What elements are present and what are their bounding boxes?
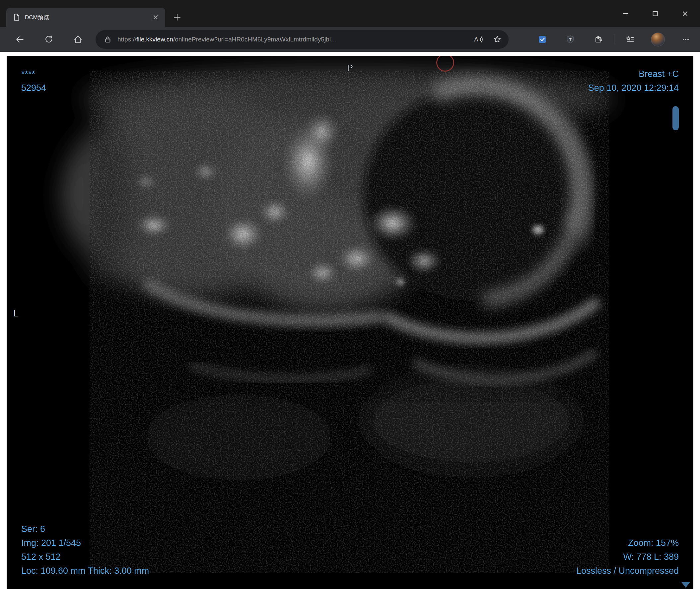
extension-icon-blue[interactable] — [535, 32, 550, 47]
lock-icon[interactable] — [102, 34, 114, 45]
profile-avatar-button[interactable] — [650, 32, 666, 47]
tab-close-button[interactable] — [151, 12, 160, 22]
orientation-marker-posterior: P — [347, 63, 353, 73]
overlay-bottom-right: Zoom: 157% W: 778 L: 389 Lossless / Unco… — [576, 536, 679, 578]
read-aloud-button[interactable]: A — [471, 33, 485, 46]
overlay-series: Ser: 6 — [21, 522, 149, 536]
toolbar-divider — [614, 34, 615, 45]
document-icon — [12, 13, 21, 22]
back-button[interactable] — [12, 32, 27, 47]
viewer-scroll-down-arrow[interactable] — [681, 582, 690, 588]
home-button[interactable] — [70, 32, 85, 47]
favorite-star-button[interactable] — [491, 33, 504, 46]
viewer-scrollbar-thumb[interactable] — [672, 106, 679, 130]
favorites-bar-button[interactable] — [622, 32, 638, 47]
overlay-image-index: Img: 201 1/545 — [21, 536, 149, 550]
overlay-compression: Lossless / Uncompressed — [576, 564, 679, 578]
dicom-viewer[interactable]: **** 52954 P L Breast +C Sep 10, 2020 12… — [7, 56, 693, 589]
window-controls — [610, 0, 700, 27]
avatar — [651, 32, 665, 47]
overlay-matrix-size: 512 x 512 — [21, 550, 149, 564]
overlay-zoom: Zoom: 157% — [576, 536, 679, 550]
svg-text:A: A — [474, 36, 478, 43]
overlay-window-level: W: 778 L: 389 — [576, 550, 679, 564]
settings-menu-button[interactable] — [678, 32, 693, 47]
url-domain: file.kkview.cn — [136, 36, 173, 43]
extensions-group: T — [535, 32, 693, 47]
window-close-button[interactable] — [670, 0, 700, 27]
mri-image — [7, 56, 693, 589]
browser-toolbar: https://file.kkview.cn/onlinePreview?url… — [0, 27, 700, 52]
overlay-top-left: **** 52954 — [21, 67, 46, 95]
url-path: /onlinePreview?url=aHR0cHM6Ly9maWxlLmtrd… — [173, 36, 337, 43]
url-scheme: https:// — [118, 36, 136, 43]
maximize-button[interactable] — [640, 0, 670, 27]
browser-window: DCM预览 — [0, 0, 700, 597]
address-bar[interactable]: https://file.kkview.cn/onlinePreview?url… — [96, 30, 508, 49]
orientation-marker-left: L — [13, 308, 18, 319]
tab-title: DCM预览 — [25, 14, 151, 21]
refresh-button[interactable] — [41, 32, 56, 47]
overlay-bottom-left: Ser: 6 Img: 201 1/545 512 x 512 Loc: 109… — [21, 522, 149, 578]
url-text: https://file.kkview.cn/onlinePreview?url… — [118, 36, 466, 43]
overlay-location-thickness: Loc: 109.60 mm Thick: 3.00 mm — [21, 564, 149, 578]
page-background: **** 52954 P L Breast +C Sep 10, 2020 12… — [0, 52, 700, 597]
overlay-stars: **** — [21, 67, 46, 81]
overlay-top-right: Breast +C Sep 10, 2020 12:29:14 — [588, 67, 679, 95]
shield-extension-icon[interactable]: T — [562, 32, 578, 47]
window-titlebar: DCM预览 — [0, 0, 700, 27]
minimize-button[interactable] — [610, 0, 640, 27]
overlay-patient-id: 52954 — [21, 81, 46, 95]
browser-tab[interactable]: DCM预览 — [6, 8, 165, 27]
new-tab-button[interactable] — [171, 10, 184, 24]
overlay-study-name: Breast +C — [588, 67, 679, 81]
overlay-study-datetime: Sep 10, 2020 12:29:14 — [588, 81, 679, 95]
extensions-puzzle-button[interactable] — [591, 32, 606, 47]
svg-text:T: T — [569, 37, 572, 42]
